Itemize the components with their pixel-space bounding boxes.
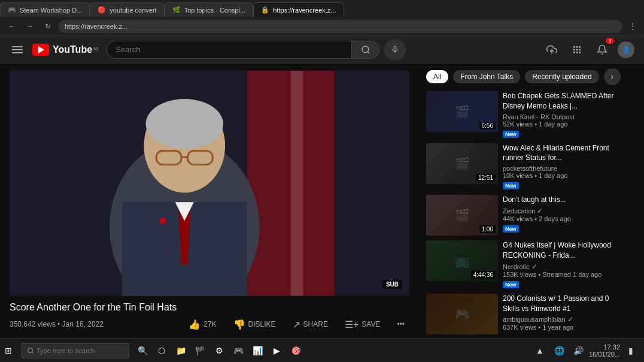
grid-apps-button[interactable] xyxy=(567,40,587,59)
taskbar-flag-icon[interactable]: 🏴 xyxy=(192,342,208,359)
filter-more-button[interactable]: › xyxy=(604,68,621,85)
new-label-1: New xyxy=(503,131,519,138)
taskbar-app-5[interactable]: 📊 xyxy=(249,342,266,359)
taskbar-search-input[interactable] xyxy=(37,347,114,354)
forward-button[interactable]: → xyxy=(23,19,37,34)
sidebar-channel-1: Ryan Kinel - RK Outpost xyxy=(503,113,627,120)
taskbar-search-icon[interactable]: 🔍 xyxy=(134,342,151,359)
svg-rect-8 xyxy=(576,49,578,50)
browser-action-buttons: ⋮ xyxy=(626,20,639,33)
sidebar-thumbnail-2: 🎬 12:51 xyxy=(426,143,498,184)
tab-steam[interactable]: 🎮 Steam Workshop D... xyxy=(0,2,90,17)
microphone-button[interactable] xyxy=(384,39,406,61)
svg-point-25 xyxy=(160,218,166,224)
sidebar-views-2: 10K views xyxy=(503,172,533,179)
extensions-button[interactable]: ⋮ xyxy=(626,20,639,33)
sidebar-views-4: 153K views xyxy=(503,271,536,278)
save-icon: ☰+ xyxy=(345,319,359,330)
sidebar-channel-2: pocketsofthefuture xyxy=(503,165,627,172)
tab-label-raven: https://ravencreek.z... xyxy=(273,7,336,14)
sidebar-new-badge-1: New xyxy=(503,128,627,138)
filter-chip-recently-uploaded[interactable]: Recently uploaded xyxy=(525,70,599,83)
tab-youtube-conv[interactable]: 🔴 youtube convert xyxy=(90,2,164,17)
notifications-button[interactable]: 3 xyxy=(593,40,612,59)
sidebar-views-1: 52K views xyxy=(503,120,533,128)
video-player[interactable]: SUB xyxy=(10,71,409,296)
sidebar-age-3: 2 days ago xyxy=(539,215,571,222)
svg-point-26 xyxy=(28,348,33,352)
video-duration-3: 1:00 xyxy=(479,225,496,233)
system-tray-up-icon[interactable]: ▲ xyxy=(531,342,548,359)
taskbar-next-icon[interactable]: ▶ xyxy=(268,342,285,359)
dislike-button[interactable]: 👎 DISLIKE xyxy=(229,316,281,333)
sidebar-new-badge-3: New xyxy=(503,222,627,233)
sidebar-age-4: Streamed 1 day ago xyxy=(542,271,602,278)
more-button[interactable]: ••• xyxy=(392,318,409,331)
youtube-logo-icon xyxy=(32,44,49,56)
sidebar-video-info-3: Don't laugh at this... Zeducation ✓ 44K … xyxy=(503,195,627,236)
address-bar[interactable]: https://ravencreek.z... xyxy=(59,20,622,33)
video-date: Jan 16, 2022 xyxy=(62,320,104,328)
save-button[interactable]: ☰+ SAVE xyxy=(340,316,385,333)
upload-button[interactable] xyxy=(542,40,561,59)
list-item[interactable]: 🎬 6:56 Bob Chapek Gets SLAMMED After Dis… xyxy=(426,91,627,138)
show-desktop-button[interactable]: ▮ xyxy=(622,342,639,359)
svg-rect-4 xyxy=(573,46,575,48)
search-button[interactable] xyxy=(352,41,379,59)
sidebar-views-5: 637K views xyxy=(503,324,536,331)
share-button[interactable]: ↗ SHARE xyxy=(288,316,333,333)
sidebar-channel-name-5: ambiguousamphibian xyxy=(503,316,566,323)
new-label-3: New xyxy=(503,225,519,233)
filter-chip-from-john[interactable]: From John Talks xyxy=(453,70,520,83)
sidebar-video-info-4: G4 Nukes Itself | Woke Hollywood RECKONI… xyxy=(503,240,627,289)
search-bar[interactable] xyxy=(107,41,352,59)
hamburger-menu-button[interactable] xyxy=(10,44,25,56)
sidebar-meta-3: 44K views • 2 days ago xyxy=(503,215,627,222)
tab-raven[interactable]: 🔒 https://ravencreek.z... xyxy=(253,2,344,17)
youtube-country-code: NL xyxy=(93,46,99,52)
youtube-play-icon xyxy=(38,46,44,53)
taskbar-system-tray: ▲ 🌐 🔊 17:32 16/01/20... ▮ xyxy=(531,342,644,359)
thumb-content-5: 🎮 xyxy=(426,294,498,334)
system-clock[interactable]: 17:32 16/01/20... xyxy=(589,343,620,358)
like-button[interactable]: 👍 27K xyxy=(184,316,221,333)
taskbar-explorer-icon[interactable]: 📁 xyxy=(172,342,189,359)
sidebar-channel-3: Zeducation ✓ xyxy=(503,207,627,215)
user-avatar[interactable]: 👤 xyxy=(618,41,634,58)
network-icon[interactable]: 🌐 xyxy=(551,342,567,359)
search-container xyxy=(107,39,406,61)
svg-rect-11 xyxy=(576,52,578,53)
taskbar-search[interactable] xyxy=(22,343,129,358)
sidebar-meta-4: 153K views • Streamed 1 day ago xyxy=(503,271,627,278)
list-item[interactable]: 📺 4:44:36 G4 Nukes Itself | Woke Hollywo… xyxy=(426,240,627,289)
tab-label-steam: Steam Workshop D... xyxy=(20,7,82,14)
sidebar-meta-5: 637K views • 1 year ago xyxy=(503,324,627,331)
filter-chip-all[interactable]: All xyxy=(426,70,448,83)
taskbar-chrome-icon[interactable]: ⚙ xyxy=(211,342,227,359)
youtube-logo[interactable]: YouTube NL xyxy=(32,44,99,56)
menu-line-1 xyxy=(12,46,23,47)
sidebar-video-title-2: Wow Alec & Hilaria Cement Front runner S… xyxy=(503,143,627,164)
menu-line-3 xyxy=(12,52,23,53)
search-input[interactable] xyxy=(116,45,343,54)
list-item[interactable]: 🎬 1:00 Don't laugh at this... Zeducation… xyxy=(426,195,627,236)
taskbar-app-6[interactable]: 🎯 xyxy=(287,342,304,359)
list-item[interactable]: 🎬 12:51 Wow Alec & Hilaria Cement Front … xyxy=(426,143,627,191)
tab-top-topics[interactable]: 🌿 Top topics - Conspi... xyxy=(165,2,254,17)
tab-favicon-steam: 🎮 xyxy=(8,6,16,14)
start-button[interactable]: ⊞ xyxy=(0,342,17,359)
header-actions: 3 👤 xyxy=(542,40,634,59)
sub-badge: SUB xyxy=(382,280,402,289)
sidebar-meta-1: 52K views • 1 day ago xyxy=(503,120,627,128)
svg-rect-1 xyxy=(394,46,397,50)
svg-rect-6 xyxy=(579,46,581,48)
refresh-button[interactable]: ↻ xyxy=(41,19,55,34)
filter-bar: All From John Talks Recently uploaded › xyxy=(426,68,627,85)
volume-icon[interactable]: 🔊 xyxy=(570,342,587,359)
sidebar-views-3: 44K views xyxy=(503,215,533,222)
list-item[interactable]: 🎮 200 Colonists w/ 1 Passion and 0 Skill… xyxy=(426,294,627,334)
taskbar-steam-icon[interactable]: 🎮 xyxy=(230,342,247,359)
youtube-container: YouTube NL xyxy=(0,36,644,338)
back-button[interactable]: ← xyxy=(5,19,19,34)
taskbar-cortana-icon[interactable]: ⬡ xyxy=(153,342,170,359)
